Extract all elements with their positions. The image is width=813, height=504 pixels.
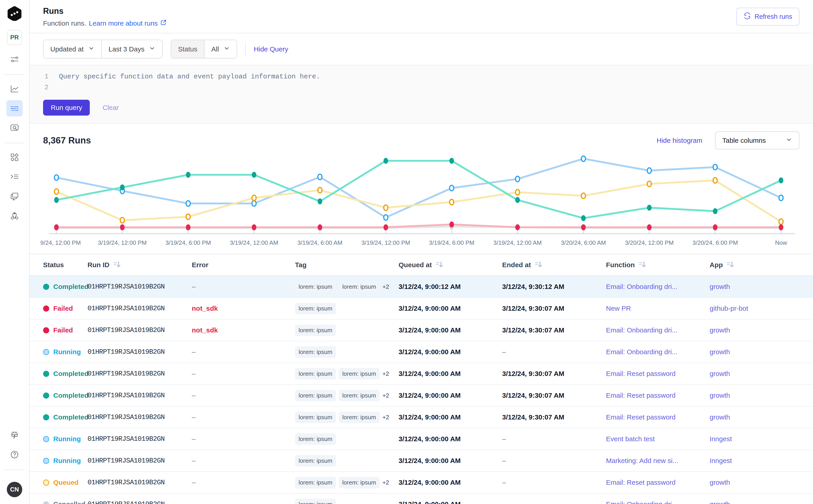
status-dot	[43, 501, 49, 504]
table-columns-dropdown[interactable]: Table columns	[715, 131, 799, 149]
tag-chip: lorem: ipsum	[295, 368, 336, 380]
ended-at-cell: –	[502, 435, 606, 443]
function-link[interactable]: New PR	[606, 305, 710, 312]
help-icon[interactable]	[6, 446, 23, 463]
data-point-queued	[54, 189, 58, 194]
status-cell: Running	[43, 435, 87, 443]
table-row[interactable]: Completed01HRPT19RJSA1019B2GN–lorem: ips…	[29, 385, 813, 407]
function-link[interactable]: Email: Onboarding dri...	[606, 348, 710, 356]
table-row[interactable]: Running01HRPT19RJSA1019B2GN–lorem: ipsum…	[29, 341, 813, 363]
column-header-run-id[interactable]: Run ID	[87, 260, 192, 270]
status-cell: Queued	[43, 479, 87, 486]
error-cell: –	[192, 479, 295, 486]
column-label: Queued at	[398, 261, 432, 269]
app-link[interactable]: growth	[710, 392, 813, 399]
queued-at-cell: 3/12/24, 9:00:12 AM	[398, 283, 502, 291]
status-label: Completed	[53, 370, 88, 378]
time-field-dropdown[interactable]: Updated at	[44, 40, 101, 58]
app-link[interactable]: Inngest	[710, 435, 813, 443]
status-dot	[43, 284, 49, 290]
functions-icon[interactable]	[6, 188, 23, 204]
data-point-failed	[120, 224, 124, 230]
tag-chip: lorem: ipsum	[295, 499, 336, 504]
webhooks-icon[interactable]	[6, 208, 23, 224]
function-link[interactable]: Marketing: Add new si...	[606, 457, 710, 465]
event-search-icon[interactable]	[6, 120, 23, 136]
page-title: Runs	[43, 6, 167, 16]
filters-icon[interactable]	[6, 51, 23, 68]
column-header-app[interactable]: App	[710, 260, 813, 270]
query-editor[interactable]: 1 Query specific function data and event…	[29, 65, 813, 124]
refresh-runs-button[interactable]: Refresh runs	[736, 8, 799, 26]
data-point-failed	[54, 224, 59, 230]
function-link[interactable]: Email: Onboarding dri...	[606, 283, 710, 291]
table-row[interactable]: Completed01HRPT19RJSA1019B2GN–lorem: ips…	[29, 276, 813, 298]
table-row[interactable]: Running01HRPT19RJSA1019B2GN–lorem: ipsum…	[29, 428, 813, 450]
function-link[interactable]: Email: Reset password	[606, 413, 710, 421]
hide-query-link[interactable]: Hide Query	[254, 45, 288, 53]
sidebar: PR CN	[0, 0, 29, 504]
table-row[interactable]: Failed01HRPT19RJSA1019B2GNnot_sdklorem: …	[29, 320, 813, 341]
app-link[interactable]: growth	[710, 500, 813, 504]
table-row[interactable]: Queued01HRPT19RJSA1019B2GN–lorem: ipsuml…	[29, 472, 813, 494]
data-point-failed	[779, 224, 783, 230]
function-link[interactable]: Email: Reset password	[606, 392, 710, 399]
table-row[interactable]: Cancelled01HRPT19RJSA1019B2GN–lorem: ips…	[29, 494, 813, 504]
metrics-icon[interactable]	[6, 81, 23, 97]
x-axis-label: 3/19/24, 6:00 PM	[165, 239, 211, 246]
events-icon[interactable]	[6, 169, 23, 185]
app-link[interactable]: growth	[710, 283, 813, 291]
inngest-logo-icon[interactable]	[7, 6, 22, 21]
app-link[interactable]: growth	[710, 479, 813, 486]
x-axis-label: 3/20/24, 12:00 PM	[625, 239, 674, 246]
clear-query-button[interactable]: Clear	[102, 104, 119, 111]
user-avatar[interactable]: CN	[7, 482, 22, 497]
function-link[interactable]: Email: Onboarding dri...	[606, 326, 710, 334]
filter-bar: Updated at Last 3 Days Status All Hide Q…	[29, 33, 813, 65]
data-point-failed	[713, 224, 717, 230]
run-id: 01HRPT19RJSA1019B2GN	[87, 500, 192, 504]
time-range-dropdown[interactable]: Last 3 Days	[101, 40, 162, 58]
column-header-queued-at[interactable]: Queued at	[398, 260, 502, 270]
app-link[interactable]: growth	[710, 370, 813, 378]
function-link[interactable]: Email: Reset password	[606, 370, 710, 378]
hide-histogram-link[interactable]: Hide histogram	[657, 137, 702, 144]
table-row[interactable]: Running01HRPT19RJSA1019B2GN–lorem: ipsum…	[29, 450, 813, 472]
table-row[interactable]: Completed01HRPT19RJSA1019B2GN–lorem: ips…	[29, 407, 813, 428]
runs-icon[interactable]	[6, 100, 23, 116]
status-filter-dropdown[interactable]: All	[204, 40, 236, 58]
function-link[interactable]: Event batch test	[606, 435, 710, 443]
x-axis-label: 3/19/24, 12:00 PM	[40, 239, 81, 246]
app-link[interactable]: growth	[710, 413, 813, 421]
environment-badge[interactable]: PR	[7, 30, 22, 45]
table-row[interactable]: Failed01HRPT19RJSA1019B2GNnot_sdklorem: …	[29, 298, 813, 320]
column-label: App	[710, 261, 723, 269]
app-link[interactable]: growth	[710, 326, 813, 334]
function-link[interactable]: Email: Reset password	[606, 479, 710, 486]
app-link[interactable]: growth	[710, 348, 813, 356]
app-link[interactable]: Inngest	[710, 457, 813, 465]
tag-chip: lorem: ipsum	[339, 368, 380, 380]
tag-cell: lorem: ipsumlorem: ipsum+2	[295, 281, 398, 293]
data-point-running	[779, 195, 783, 201]
runs-table: StatusRun IDErrorTagQueued atEnded atFun…	[29, 254, 813, 504]
time-filter-group: Updated at Last 3 Days	[43, 40, 162, 58]
queued-at-cell: 3/12/24, 9:00:00 AM	[398, 305, 502, 312]
column-label: Error	[192, 261, 208, 269]
dev-server-icon[interactable]	[6, 427, 23, 443]
apps-icon[interactable]	[6, 149, 23, 165]
data-point-failed	[252, 224, 256, 230]
function-link[interactable]: Email: Onboarding dri...	[606, 500, 710, 504]
learn-more-link[interactable]: Learn more about runs	[89, 19, 167, 27]
tag-chip: lorem: ipsum	[339, 412, 380, 423]
column-label: Ended at	[502, 261, 531, 269]
tag-cell: lorem: ipsum	[295, 499, 398, 504]
data-point-running	[54, 175, 58, 180]
table-row[interactable]: Completed01HRPT19RJSA1019B2GN–lorem: ips…	[29, 363, 813, 385]
column-header-ended-at[interactable]: Ended at	[502, 260, 606, 270]
tags-more-count: +2	[382, 370, 389, 377]
run-query-button[interactable]: Run query	[43, 100, 90, 116]
app-link[interactable]: github-pr-bot	[710, 305, 813, 312]
error-cell: –	[192, 457, 295, 465]
column-header-function[interactable]: Function	[606, 260, 710, 270]
